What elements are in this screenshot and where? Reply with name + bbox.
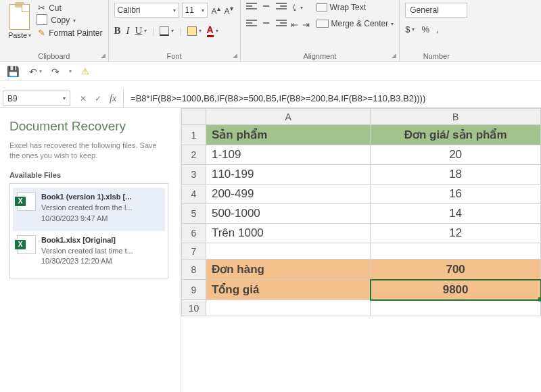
redo-button[interactable]: ↷ (51, 66, 60, 77)
recovery-file-item[interactable]: Book1.xlsx [Original] Version created la… (13, 231, 165, 274)
save-button[interactable]: 💾 (7, 66, 20, 78)
cell[interactable]: 12 (371, 224, 541, 243)
align-right-button[interactable] (276, 20, 287, 28)
font-color-button[interactable]: A (207, 24, 214, 37)
alignment-group: ⤹▾ ⇤ ⇥ Wrap Text Merge & Center▾ Alignme… (241, 0, 400, 62)
cell[interactable] (371, 243, 541, 260)
number-group: General $▾ % , Number (400, 0, 473, 62)
cell[interactable]: Đơn giá/ sản phẩm (371, 125, 541, 145)
align-top-button[interactable] (246, 3, 257, 11)
fill-color-button[interactable] (187, 26, 197, 36)
cell[interactable]: 500-1000 (206, 204, 370, 224)
copy-icon (38, 16, 47, 25)
cell[interactable]: Đơn hàng (206, 260, 370, 280)
recovery-file-item[interactable]: Book1 (version 1).xlsb [... Version crea… (13, 188, 165, 231)
font-size-select[interactable]: 11▾ (182, 3, 208, 18)
row-header[interactable]: 4 (182, 185, 206, 204)
cell[interactable]: Sản phẩm (206, 125, 370, 145)
select-all-corner[interactable] (182, 109, 206, 125)
increase-indent-button[interactable]: ⇥ (302, 20, 310, 30)
orientation-button[interactable]: ⤹▾ (291, 3, 303, 13)
row-header[interactable]: 2 (182, 145, 206, 165)
formula-text: =B8*IF(B8>=1000,B6,IF(B8>=500,B5,IF(B8>=… (131, 93, 425, 103)
cancel-formula-button[interactable]: ✕ (80, 94, 87, 103)
file-name: Book1.xlsx [Original] (41, 235, 133, 246)
row-header[interactable]: 1 (182, 125, 206, 145)
dialog-launcher-icon[interactable]: ◢ (392, 52, 396, 59)
row-header[interactable]: 8 (182, 260, 206, 280)
available-files-label: Available Files (9, 171, 168, 179)
dialog-launcher-icon[interactable]: ◢ (233, 52, 237, 59)
bold-button[interactable]: B (114, 25, 121, 36)
copy-button[interactable]: Copy▾ (38, 16, 102, 25)
align-middle-button[interactable] (261, 3, 272, 11)
decrease-font-button[interactable]: A▾ (223, 5, 235, 16)
row-header[interactable]: 9 (182, 280, 206, 300)
cut-button[interactable]: ✂Cut (38, 3, 102, 13)
percent-button[interactable]: % (421, 24, 429, 34)
quick-access-toolbar: 💾 ↶▾ ↷ ▾ ⚠ (0, 62, 541, 81)
align-center-button[interactable] (261, 20, 272, 28)
cell[interactable]: Trên 1000 (206, 224, 370, 243)
cell[interactable]: Tổng giá (206, 280, 370, 300)
warning-icon[interactable]: ⚠ (81, 66, 89, 76)
row-header[interactable]: 5 (182, 204, 206, 224)
formula-input[interactable]: =B8*IF(B8>=1000,B6,IF(B8>=500,B5,IF(B8>=… (124, 89, 541, 107)
chevron-down-icon[interactable]: ▾ (144, 28, 147, 34)
enter-formula-button[interactable]: ✓ (95, 94, 101, 103)
row-header[interactable]: 10 (182, 300, 206, 316)
number-format-select[interactable]: General (405, 3, 467, 18)
increase-font-button[interactable]: A▴ (210, 5, 222, 16)
chevron-down-icon[interactable]: ▾ (216, 28, 218, 34)
chevron-down-icon[interactable]: ▾ (171, 28, 174, 34)
merge-center-button[interactable]: Merge & Center▾ (316, 19, 394, 28)
cell[interactable] (206, 300, 370, 316)
row-header[interactable]: 3 (182, 165, 206, 185)
row-header[interactable]: 6 (182, 224, 206, 243)
chevron-down-icon[interactable]: ▾ (39, 68, 42, 74)
cell[interactable]: 20 (371, 145, 541, 165)
name-box[interactable]: B9▾ (3, 91, 70, 106)
wrap-text-button[interactable]: Wrap Text (316, 3, 394, 12)
cell[interactable]: 16 (371, 185, 541, 204)
cell[interactable]: 14 (371, 204, 541, 224)
spreadsheet-grid[interactable]: A B 1Sản phẩmĐơn giá/ sản phẩm21-1092031… (181, 108, 541, 392)
clipboard-group-label: Clipboard (38, 52, 70, 60)
chevron-down-icon: ▾ (173, 7, 176, 14)
column-header[interactable]: B (371, 109, 541, 125)
comma-button[interactable]: , (436, 24, 439, 34)
format-painter-button[interactable]: ✎Format Painter (38, 28, 102, 38)
chevron-down-icon[interactable]: ▾ (199, 28, 202, 34)
undo-button[interactable]: ↶ (29, 66, 37, 77)
borders-button[interactable] (160, 26, 169, 36)
font-name-select[interactable]: Calibri▾ (114, 3, 179, 18)
scissors-icon: ✂ (38, 3, 45, 13)
active-cell[interactable]: 9800 (371, 280, 541, 300)
customize-qat-button[interactable]: ▾ (69, 68, 72, 74)
cell[interactable]: 18 (371, 165, 541, 185)
column-header[interactable]: A (206, 109, 370, 125)
formula-bar: B9▾ ✕ ✓ fx =B8*IF(B8>=1000,B6,IF(B8>=500… (0, 89, 541, 108)
align-bottom-button[interactable] (276, 3, 287, 11)
cell[interactable] (206, 243, 370, 260)
format-painter-label: Format Painter (49, 28, 102, 38)
align-left-button[interactable] (246, 20, 257, 28)
cell[interactable] (371, 300, 541, 316)
italic-button[interactable]: I (126, 25, 130, 36)
currency-button[interactable]: $▾ (405, 24, 415, 34)
cell[interactable]: 110-199 (206, 165, 370, 185)
cell[interactable]: 200-499 (206, 185, 370, 204)
decrease-indent-button[interactable]: ⇤ (291, 20, 298, 30)
file-desc: Version created from the l... (41, 203, 133, 214)
font-group: Calibri▾ 11▾ A▴A▾ B I U▾ | ▾ | ▾ A▾ Font… (109, 0, 241, 62)
cell[interactable]: 700 (371, 260, 541, 280)
merge-label: Merge & Center (331, 19, 389, 28)
dialog-launcher-icon[interactable]: ◢ (101, 52, 105, 59)
insert-function-button[interactable]: fx (110, 93, 116, 104)
file-date: 10/30/2023 12:20 AM (41, 256, 133, 267)
underline-button[interactable]: U (135, 25, 143, 36)
cell[interactable]: 1-109 (206, 145, 370, 165)
paste-button[interactable]: Paste▾ (5, 3, 34, 41)
row-header[interactable]: 7 (182, 243, 206, 260)
cut-label: Cut (49, 3, 62, 13)
